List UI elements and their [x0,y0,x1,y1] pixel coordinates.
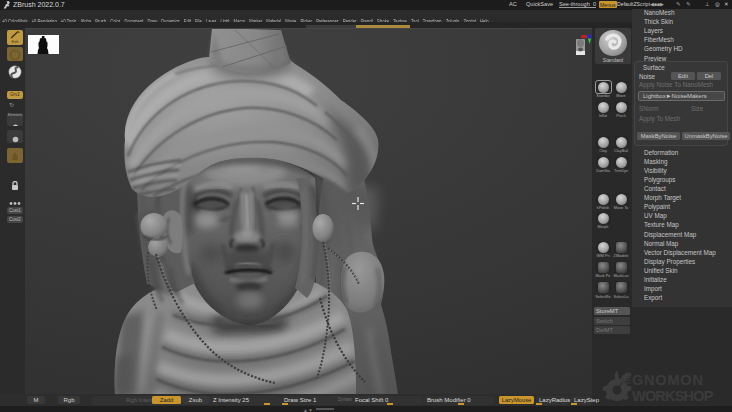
svg-text:THE: THE [625,371,632,385]
svg-text:GNOMON: GNOMON [632,372,704,388]
svg-text:WORKSHOP: WORKSHOP [632,388,714,404]
